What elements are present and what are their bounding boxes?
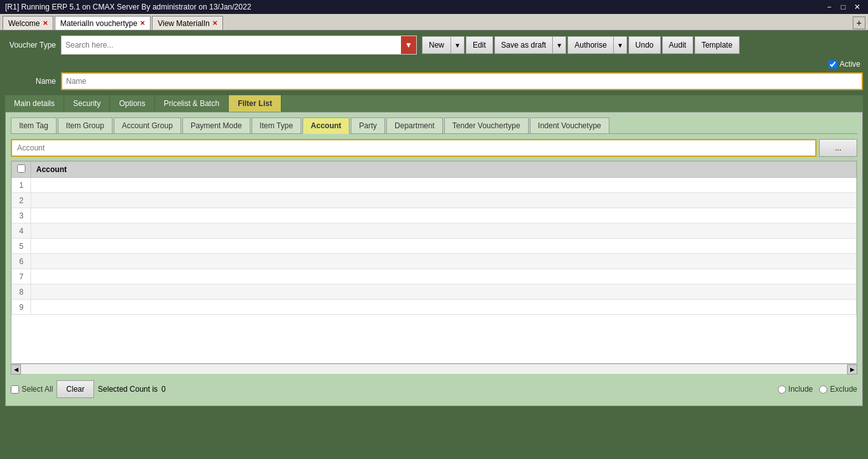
include-radio[interactable]	[778, 385, 786, 394]
save-as-draft-button[interactable]: Save as draft	[494, 36, 553, 54]
row-number: 8	[12, 284, 31, 300]
select-all-label: Select All	[11, 385, 53, 394]
new-button-arrow[interactable]: ▼	[451, 36, 465, 54]
new-button-split: New ▼	[422, 36, 465, 54]
voucher-type-label: Voucher Type	[5, 41, 56, 50]
table-row: 7	[12, 269, 857, 284]
table-cell	[31, 254, 857, 269]
tab-security[interactable]: Security	[64, 95, 110, 112]
table-row: 9	[12, 300, 857, 315]
table-row: 4	[12, 223, 857, 239]
voucher-type-input[interactable]	[62, 36, 401, 54]
sub-tab-tender-vouchertype[interactable]: Tender Vouchertype	[444, 117, 529, 133]
active-checkbox[interactable]	[829, 60, 837, 69]
tab-welcome[interactable]: Welcome ✕	[3, 16, 53, 30]
title-bar: [R1] Running ERP 5.1 on CMAX Server By a…	[0, 0, 868, 14]
row-number: 4	[12, 223, 31, 239]
row-number: 6	[12, 254, 31, 269]
main-area: Voucher Type ▼ New ▼ Edit Save as draft …	[0, 30, 868, 459]
table-cell	[31, 208, 857, 223]
select-all-checkbox[interactable]	[11, 385, 19, 394]
title-text: [R1] Running ERP 5.1 on CMAX Server By a…	[5, 3, 251, 11]
maximize-button[interactable]: □	[837, 1, 849, 13]
authorise-button[interactable]: Authorise	[567, 36, 613, 54]
table-row: 8	[12, 284, 857, 300]
sub-tab-item-type[interactable]: Item Type	[252, 117, 301, 133]
save-as-draft-arrow[interactable]: ▼	[552, 36, 566, 54]
sub-tab-payment-mode[interactable]: Payment Mode	[182, 117, 250, 133]
horizontal-scrollbar[interactable]: ◀ ▶	[11, 364, 857, 374]
row-number: 1	[12, 178, 31, 193]
bottom-left: Select All Clear Selected Count is 0	[11, 380, 166, 398]
exclude-text: Exclude	[830, 385, 857, 394]
tab-materialin-vouchertype-close[interactable]: ✕	[140, 20, 145, 27]
table-cell	[31, 239, 857, 254]
tab-pricelist-batch[interactable]: Pricelist & Batch	[155, 95, 229, 112]
account-search-row: ...	[11, 139, 857, 157]
tab-materialin-vouchertype[interactable]: MaterialIn vouchertype ✕	[55, 16, 151, 30]
undo-button[interactable]: Undo	[628, 36, 661, 54]
voucher-search-container: ▼	[61, 36, 417, 55]
table-cell	[31, 269, 857, 284]
tab-view-materialin-close[interactable]: ✕	[212, 20, 217, 27]
authorise-arrow[interactable]: ▼	[613, 36, 627, 54]
main-tab-strip: Main details Security Options Pricelist …	[5, 95, 863, 112]
title-bar-controls: − □ ✕	[824, 1, 863, 13]
tab-view-materialin-label: View MaterialIn	[158, 19, 210, 28]
sub-tab-indent-vouchetype[interactable]: Indent Vouchetype	[530, 117, 609, 133]
h-scroll-left[interactable]: ◀	[11, 364, 21, 375]
tab-main-details[interactable]: Main details	[5, 95, 64, 112]
row-number: 9	[12, 300, 31, 315]
edit-button[interactable]: Edit	[466, 36, 493, 54]
sub-tab-party[interactable]: Party	[351, 117, 385, 133]
h-scroll-right[interactable]: ▶	[847, 364, 857, 375]
clear-button[interactable]: Clear	[57, 380, 94, 398]
template-button[interactable]: Template	[695, 36, 740, 54]
table-row: 2	[12, 193, 857, 208]
sub-tab-item-tag[interactable]: Item Tag	[11, 117, 57, 133]
table-cell	[31, 284, 857, 300]
bottom-toolbar: Select All Clear Selected Count is 0 Inc…	[11, 378, 857, 401]
row-number: 7	[12, 269, 31, 284]
authorise-split: Authorise ▼	[567, 36, 627, 54]
name-input[interactable]	[61, 72, 863, 90]
selected-count-label: Selected Count is	[98, 385, 158, 394]
voucher-type-row: Voucher Type ▼ New ▼ Edit Save as draft …	[5, 36, 863, 55]
table-cell	[31, 178, 857, 193]
new-button[interactable]: New	[422, 36, 451, 54]
table-row: 5	[12, 239, 857, 254]
tab-filter-list[interactable]: Filter List	[229, 95, 281, 112]
exclude-label: Exclude	[819, 385, 857, 394]
table-row: 1	[12, 178, 857, 193]
tab-welcome-label: Welcome	[8, 19, 40, 28]
tab-bar: Welcome ✕ MaterialIn vouchertype ✕ View …	[0, 14, 868, 30]
exclude-radio[interactable]	[819, 385, 827, 394]
tab-view-materialin[interactable]: View MaterialIn ✕	[152, 16, 223, 30]
sub-tab-account-group[interactable]: Account Group	[114, 117, 181, 133]
tab-materialin-vouchertype-label: MaterialIn vouchertype	[60, 19, 137, 28]
table-cell	[31, 223, 857, 239]
sub-tab-strip: Item Tag Item Group Account Group Paymen…	[11, 117, 857, 134]
name-row: Name	[5, 72, 863, 90]
row-number: 5	[12, 239, 31, 254]
add-tab-button[interactable]: +	[853, 17, 865, 29]
tab-welcome-close[interactable]: ✕	[43, 20, 48, 27]
account-search-input[interactable]	[11, 139, 817, 157]
audit-button[interactable]: Audit	[662, 36, 693, 54]
tab-options[interactable]: Options	[110, 95, 154, 112]
toolbar: New ▼ Edit Save as draft ▼ Authorise ▼ U…	[422, 36, 740, 54]
table-header-checkbox	[12, 162, 31, 178]
sub-tab-department[interactable]: Department	[386, 117, 443, 133]
sub-tab-account[interactable]: Account	[302, 117, 349, 134]
browse-button[interactable]: ...	[819, 139, 857, 157]
account-table: Account 123456789	[11, 161, 857, 315]
row-number: 3	[12, 208, 31, 223]
save-as-draft-split: Save as draft ▼	[494, 36, 567, 54]
include-label: Include	[778, 385, 813, 394]
sub-tab-item-group[interactable]: Item Group	[58, 117, 112, 133]
table-cell	[31, 193, 857, 208]
close-button[interactable]: ✕	[851, 1, 863, 13]
minimize-button[interactable]: −	[824, 1, 835, 13]
voucher-dropdown-button[interactable]: ▼	[401, 36, 416, 54]
header-checkbox[interactable]	[17, 164, 25, 173]
